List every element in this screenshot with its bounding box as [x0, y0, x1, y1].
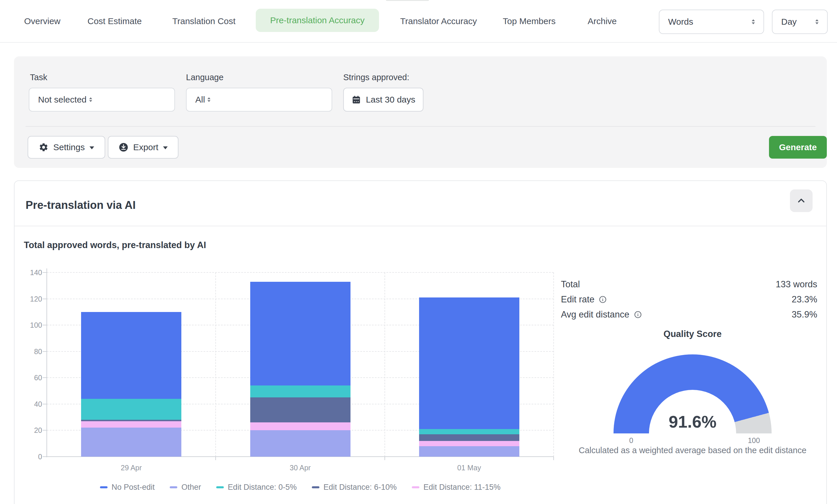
legend-item-edit-distance-11-15[interactable]: Edit Distance: 11-15% [412, 483, 500, 492]
tab-translation-cost[interactable]: Translation Cost [172, 0, 235, 42]
task-select[interactable]: Not selected [29, 88, 175, 111]
stat-row-avg-edit-distance: Avg edit distance 35.9% [561, 307, 817, 322]
stat-value: 35.9% [792, 309, 817, 320]
panel-divider [25, 126, 816, 127]
language-select[interactable]: All [186, 88, 332, 111]
stat-row-total: Total 133 words [561, 277, 817, 292]
caret-down-icon [163, 146, 168, 149]
card-header-divider [15, 226, 826, 226]
calendar-icon [351, 95, 361, 105]
settings-label: Settings [53, 142, 85, 152]
chart-legend: No Post-edit Other Edit Distance: 0-5% E… [47, 483, 554, 492]
generate-button[interactable]: Generate [769, 136, 827, 159]
legend-dash-icon [170, 486, 177, 488]
gauge-max-label: 100 [742, 436, 766, 445]
unit-select-value: Words [668, 17, 749, 27]
legend-item-edit-distance-0-5[interactable]: Edit Distance: 0-5% [216, 483, 297, 492]
period-select[interactable]: Day [772, 10, 828, 34]
tab-top-members[interactable]: Top Members [503, 0, 556, 42]
export-label: Export [133, 142, 158, 152]
legend-dash-icon [312, 486, 319, 488]
tab-overview[interactable]: Overview [24, 0, 60, 42]
stat-value: 23.3% [792, 294, 817, 305]
quality-score-title: Quality Score [620, 329, 765, 339]
stat-label: Avg edit distance [561, 309, 642, 320]
stat-value: 133 words [776, 279, 817, 290]
legend-dash-icon [100, 486, 108, 488]
legend-item-edit-distance-6-10[interactable]: Edit Distance: 6-10% [312, 483, 397, 492]
language-select-value: All [195, 95, 205, 105]
report-title: Pre-translation via AI [25, 196, 136, 214]
gauge-caption: Calculated as a weighted average based o… [565, 446, 820, 455]
unfold-arrows-icon [205, 95, 213, 104]
info-icon[interactable] [634, 310, 642, 319]
report-card [14, 180, 827, 504]
date-range-button[interactable]: Last 30 days [343, 88, 424, 111]
download-circle-icon [119, 142, 128, 152]
task-select-value: Not selected [38, 95, 87, 105]
legend-dash-icon [216, 486, 224, 488]
tab-translator-accuracy[interactable]: Translator Accuracy [400, 0, 477, 42]
chevron-up-icon [796, 196, 806, 206]
info-icon[interactable] [599, 295, 607, 304]
header-divider [0, 42, 837, 43]
collapse-button[interactable] [790, 190, 813, 212]
tab-archive[interactable]: Archive [588, 0, 617, 42]
task-label: Task [30, 72, 47, 83]
tab-pre-translation-accuracy-active[interactable]: Pre-translation Accuracy [256, 9, 379, 32]
gauge-min-label: 0 [623, 436, 640, 445]
strings-approved-label: Strings approved: [343, 72, 409, 83]
unfold-arrows-icon [87, 95, 95, 104]
stat-label: Edit rate [561, 294, 607, 305]
settings-button[interactable]: Settings [28, 136, 105, 159]
stat-label: Total [561, 279, 580, 290]
caret-down-icon [90, 146, 94, 149]
quality-score-value: 91.6% [635, 412, 751, 432]
stat-row-edit-rate: Edit rate 23.3% [561, 292, 817, 307]
tab-cost-estimate[interactable]: Cost Estimate [88, 0, 142, 42]
gear-icon [39, 142, 49, 152]
legend-item-other[interactable]: Other [170, 483, 201, 492]
unit-select[interactable]: Words [659, 10, 764, 34]
export-button[interactable]: Export [108, 136, 178, 159]
period-select-value: Day [781, 17, 813, 27]
legend-dash-icon [412, 486, 420, 488]
legend-item-no-post-edit[interactable]: No Post-edit [100, 483, 155, 492]
unfold-arrows-icon [749, 17, 758, 26]
unfold-arrows-icon [813, 17, 821, 26]
language-label: Language [186, 72, 224, 83]
date-range-value: Last 30 days [366, 95, 415, 105]
chart-title: Total approved words, pre-translated by … [24, 239, 206, 252]
